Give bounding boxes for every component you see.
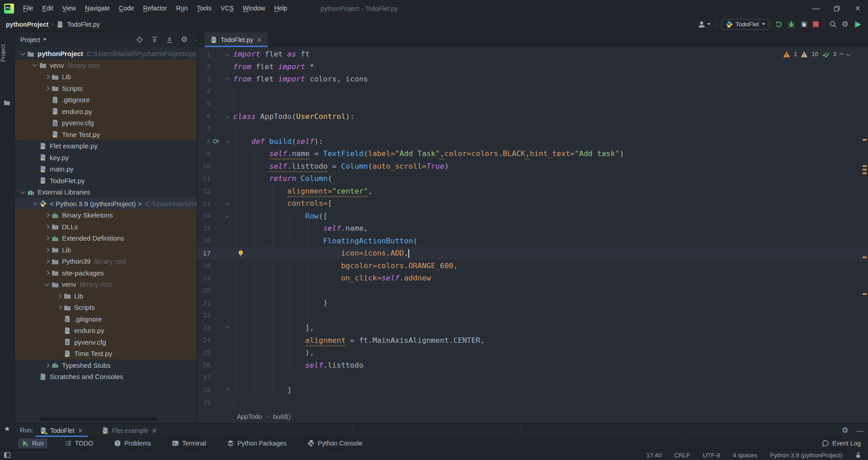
settings-gear-button[interactable]: ⚙ — [842, 20, 849, 28]
chevron-right-icon[interactable] — [45, 75, 50, 79]
menu-file[interactable]: File — [19, 5, 38, 12]
tool-window-layout-icon[interactable] — [4, 451, 11, 459]
chevron-right-icon[interactable] — [45, 247, 50, 252]
code-line[interactable]: 12 alignment="center", — [197, 185, 868, 198]
breadcrumb-project[interactable]: pythonProject — [6, 21, 48, 28]
code-line[interactable]: 11 return Column( — [197, 172, 868, 185]
fold-marker-up-icon[interactable] — [226, 77, 229, 81]
chevron-down-icon[interactable] — [21, 189, 25, 194]
code-line[interactable]: 16 FloatingActionButton( — [197, 235, 868, 247]
code-line[interactable]: 2from flet import * — [197, 61, 868, 73]
close-icon[interactable]: × — [151, 427, 157, 435]
line-number[interactable]: 20 — [197, 287, 211, 294]
tree-item[interactable]: Python39library root — [15, 256, 197, 267]
code-line[interactable]: 26 self.listtodo — [197, 359, 868, 372]
minimize-button[interactable]: — — [806, 0, 826, 17]
tree-item[interactable]: .gitignore — [15, 313, 197, 325]
breadcrumb-method[interactable]: build() — [273, 413, 291, 420]
horizontal-scrollbar[interactable] — [40, 417, 157, 421]
warning-stripe-mark[interactable] — [863, 293, 867, 295]
tree-item[interactable]: < Python 3.9 (pythonProject) >C:\Users\H… — [15, 198, 197, 210]
tree-item[interactable]: Typeshed Stubs — [15, 360, 197, 371]
code-line[interactable]: 27 — [197, 371, 868, 384]
code-line[interactable]: 20 — [197, 285, 868, 297]
debug-button[interactable] — [788, 20, 795, 28]
line-number[interactable]: 26 — [197, 361, 211, 369]
line-number[interactable]: 18 — [197, 262, 211, 269]
locate-file-icon[interactable] — [136, 36, 143, 43]
tree-item[interactable]: key.py — [15, 152, 197, 164]
tree-item[interactable]: Lib — [15, 71, 197, 83]
line-number[interactable]: 24 — [197, 337, 211, 344]
chevron-right-icon[interactable] — [57, 294, 62, 298]
menu-window[interactable]: Window — [238, 5, 270, 12]
close-icon[interactable]: × — [78, 427, 84, 435]
hide-run-panel-icon[interactable]: — — [857, 427, 863, 434]
chevron-right-icon[interactable] — [45, 259, 50, 264]
line-number[interactable]: 10 — [197, 162, 211, 170]
code-line[interactable]: 1import flet as ft — [197, 48, 868, 61]
line-number[interactable]: 23 — [197, 324, 211, 332]
line-number[interactable]: 21 — [197, 299, 211, 307]
warning-stripe-mark[interactable] — [863, 169, 867, 171]
line-number[interactable]: 6 — [197, 113, 211, 120]
menu-code[interactable]: Code — [114, 5, 138, 12]
chevron-down-icon[interactable] — [33, 201, 38, 205]
tree-item[interactable]: Scripts — [15, 83, 197, 95]
menu-help[interactable]: Help — [270, 5, 292, 12]
run-panel-settings-icon[interactable]: ⚙ — [842, 427, 849, 434]
tree-item[interactable]: Time Test.py — [15, 348, 197, 360]
indent-setting[interactable]: 4 spaces — [733, 452, 757, 459]
tree-item[interactable]: DLLs — [15, 221, 197, 233]
ok-check-icon[interactable] — [822, 50, 830, 58]
close-button[interactable]: × — [847, 0, 868, 17]
next-warning-icon[interactable] — [846, 52, 851, 57]
code-line[interactable]: 18 bgcolor=colors.ORANGE_600, — [197, 260, 868, 272]
override-gutter-icon[interactable] — [211, 138, 222, 145]
chevron-right-icon[interactable] — [57, 305, 62, 310]
menu-run[interactable]: Run — [172, 5, 193, 12]
code-line[interactable]: 24 alignment = ft.MainAxisAlignment.CENT… — [197, 334, 868, 347]
expand-all-icon[interactable] — [151, 36, 158, 43]
code-line[interactable]: 13 controls=[ — [197, 197, 868, 210]
chevron-down-icon[interactable] — [43, 38, 47, 41]
tool-window-problems[interactable]: Problems — [110, 438, 155, 448]
line-number[interactable]: 4 — [197, 88, 211, 95]
tool-window-python-console[interactable]: Python Console — [304, 438, 366, 448]
tree-item[interactable]: venvlibrary root — [15, 279, 197, 290]
line-number[interactable]: 29 — [197, 399, 211, 406]
tree-item[interactable]: Scratches and Consoles — [15, 371, 197, 383]
strip-structure-label[interactable] — [0, 353, 15, 389]
line-number[interactable]: 8 — [197, 138, 211, 145]
collapse-all-icon[interactable] — [166, 36, 173, 43]
tree-item[interactable]: Binary Skeletons — [15, 209, 197, 221]
menu-navigate[interactable]: Navigate — [80, 5, 114, 12]
code-line[interactable]: 14 Row([ — [197, 210, 868, 223]
tree-item[interactable]: Lib — [15, 244, 197, 256]
lock-icon[interactable] — [855, 452, 862, 459]
menu-edit[interactable]: Edit — [38, 5, 58, 12]
tool-window-terminal[interactable]: Terminal — [168, 438, 210, 448]
code-line[interactable]: 28 ] — [197, 384, 868, 397]
tree-item[interactable]: .gitignore — [15, 94, 197, 106]
line-number[interactable]: 15 — [197, 225, 211, 232]
line-number[interactable]: 13 — [197, 200, 211, 207]
maximize-button[interactable] — [826, 0, 847, 17]
intention-bulb-icon[interactable] — [237, 249, 245, 257]
line-number[interactable]: 12 — [197, 187, 211, 194]
line-number[interactable]: 22 — [197, 312, 211, 319]
menu-tools[interactable]: Tools — [192, 5, 216, 12]
warning-stripe-mark[interactable] — [863, 172, 867, 174]
chevron-down-icon[interactable] — [21, 51, 25, 55]
tree-item[interactable]: pyvenv.cfg — [15, 337, 197, 348]
chevron-right-icon[interactable] — [45, 363, 50, 367]
warning-stripe-mark[interactable] — [863, 165, 867, 167]
chevron-right-icon[interactable] — [45, 86, 50, 90]
tree-item[interactable]: Extended Definitions — [15, 232, 197, 244]
python-interpreter[interactable]: Python 3.9 (pythonProject) — [770, 452, 842, 459]
tool-window-todo[interactable]: TODO — [61, 438, 97, 448]
coverage-button[interactable] — [800, 20, 808, 28]
tab-todoflet[interactable]: TodoFlet.py × — [205, 32, 268, 47]
code-line[interactable]: 6class AppTodo(UserControl): — [197, 110, 868, 123]
menu-refactor[interactable]: Refactor — [139, 5, 172, 12]
